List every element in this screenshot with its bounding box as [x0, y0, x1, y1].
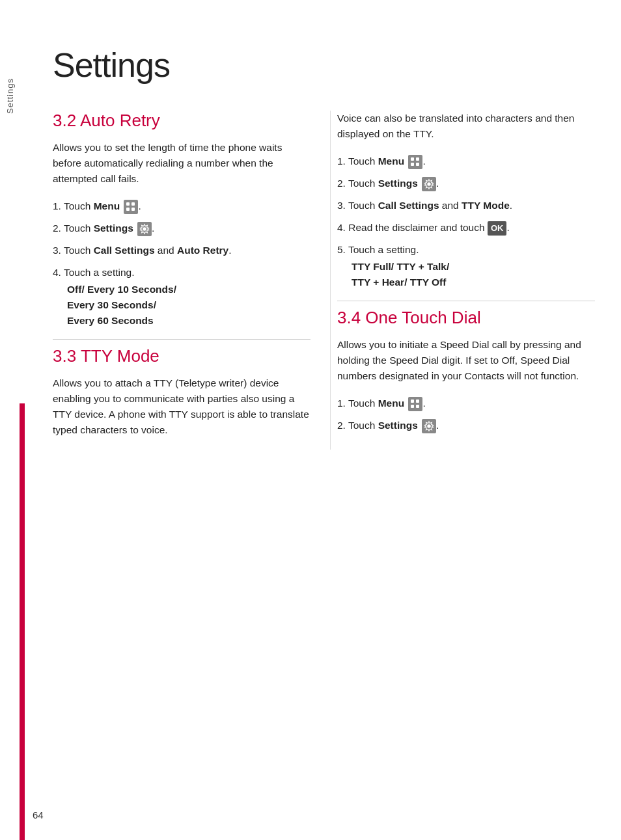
section-tty-body: Allows you to attach a TTY (Teletype wri… — [53, 375, 310, 438]
ot-step-2: 2. Touch Settings . — [337, 418, 595, 433]
tty-right-body: Voice can also be translated into charac… — [337, 111, 595, 142]
tty-step-2: 2. Touch Settings . — [337, 176, 595, 191]
ok-button: OK — [488, 221, 507, 236]
tty-step-4: 4. Read the disclaimer and touch OK. — [337, 220, 595, 236]
menu-icon-ot1 — [408, 397, 422, 411]
tty-right: Voice can also be translated into charac… — [337, 111, 595, 290]
red-bar — [20, 403, 25, 840]
svg-point-1 — [427, 182, 430, 185]
left-column: 3.2 Auto Retry Allows you to set the len… — [53, 111, 330, 450]
step-2: 2. Touch Settings . — [53, 221, 310, 236]
svg-point-2 — [427, 424, 430, 427]
section-tty-title: 3.3 TTY Mode — [53, 346, 310, 366]
step-3: 3. Touch Call Settings and Auto Retry. — [53, 243, 310, 258]
step-1: 1. Touch Menu . — [53, 198, 310, 214]
step-4: 4. Touch a setting. Off/ Every 10 Second… — [53, 265, 310, 329]
one-touch-steps: 1. Touch Menu . 2. To — [337, 396, 595, 433]
section-one-touch-body: Allows you to initiate a Speed Dial call… — [337, 337, 595, 384]
svg-point-0 — [143, 227, 146, 230]
section-tty: 3.3 TTY Mode Allows you to attach a TTY … — [53, 346, 310, 438]
section-auto-retry-body: Allows you to set the length of time the… — [53, 140, 310, 187]
page: Settings Settings 3.2 Auto Retry Allows … — [0, 0, 621, 840]
page-number: 64 — [33, 809, 44, 820]
tty-steps: 1. Touch Menu . 2. To — [337, 154, 595, 290]
section-auto-retry-title: 3.2 Auto Retry — [53, 111, 310, 131]
section-one-touch: 3.4 One Touch Dial Allows you to initiat… — [337, 308, 595, 433]
menu-icon — [124, 200, 138, 214]
section-one-touch-title: 3.4 One Touch Dial — [337, 308, 595, 328]
ot-step-1: 1. Touch Menu . — [337, 396, 595, 411]
section-auto-retry: 3.2 Auto Retry Allows you to set the len… — [53, 111, 310, 329]
divider — [53, 339, 310, 340]
page-title: Settings — [53, 46, 595, 85]
main-content: Settings 3.2 Auto Retry Allows you to se… — [20, 26, 621, 814]
settings-icon-tty2 — [422, 177, 436, 191]
divider-right — [337, 301, 595, 301]
auto-retry-steps: 1. Touch Menu . 2. To — [53, 198, 310, 329]
settings-icon-ot2 — [422, 419, 436, 433]
two-col-layout: 3.2 Auto Retry Allows you to set the len… — [53, 111, 595, 450]
tty-step-5: 5. Touch a setting. TTY Full/ TTY + Talk… — [337, 242, 595, 290]
right-column: Voice can also be translated into charac… — [330, 111, 595, 450]
tty-step-3: 3. Touch Call Settings and TTY Mode. — [337, 198, 595, 213]
sidebar-label: Settings — [0, 26, 20, 814]
tty-step-1: 1. Touch Menu . — [337, 154, 595, 169]
settings-icon — [137, 222, 152, 236]
menu-icon-tty1 — [408, 155, 422, 169]
